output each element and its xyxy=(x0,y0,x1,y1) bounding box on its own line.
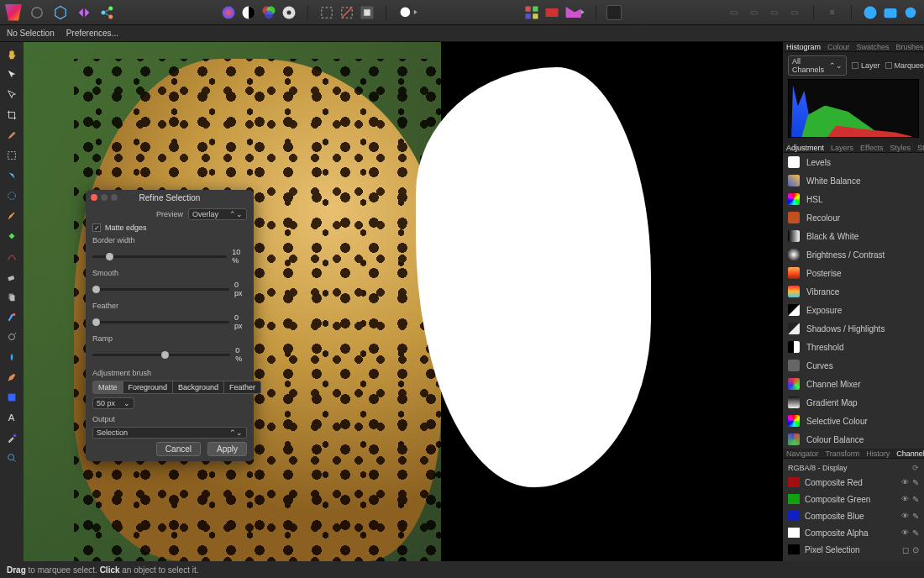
arrange-backward-icon[interactable]: ▭ xyxy=(746,4,763,21)
swatch-icon[interactable] xyxy=(543,4,560,21)
persona-button[interactable] xyxy=(606,5,622,20)
align-icon[interactable]: ≡ xyxy=(824,4,841,21)
disc-icon[interactable] xyxy=(281,4,297,21)
share-icon[interactable] xyxy=(99,4,116,21)
tab-brushes[interactable]: Brushes xyxy=(893,43,924,51)
move-tool-icon[interactable] xyxy=(4,67,19,82)
preferences-button[interactable]: Preferences... xyxy=(66,29,118,38)
adjustment-item[interactable]: HSL xyxy=(783,190,924,208)
adjustment-item[interactable]: White Balance xyxy=(783,171,924,190)
adjustment-item[interactable]: Levels xyxy=(783,153,924,171)
channel-item[interactable]: Composite Green👁✎ xyxy=(783,491,924,507)
tab-history[interactable]: History xyxy=(863,449,893,458)
eye-icon[interactable]: 👁 xyxy=(901,495,909,504)
adjustment-item[interactable]: Exposure xyxy=(783,301,924,319)
tab-transform[interactable]: Transform xyxy=(822,449,864,458)
invert-selection-icon[interactable] xyxy=(359,4,375,21)
adjustment-item[interactable]: Threshold xyxy=(783,338,924,356)
help-cloud-icon[interactable] xyxy=(862,4,879,21)
dodge-tool-icon[interactable] xyxy=(4,329,19,344)
fill-tool-icon[interactable] xyxy=(4,229,19,244)
hand-tool-icon[interactable] xyxy=(4,47,19,62)
brush-size-select[interactable]: 50 px⌄ xyxy=(92,397,134,409)
inpaint-tool-icon[interactable] xyxy=(4,309,19,324)
apply-button[interactable]: Apply xyxy=(207,442,247,456)
tab-styles[interactable]: Styles xyxy=(886,144,914,152)
brush-tool-icon[interactable] xyxy=(4,128,19,143)
eye-icon[interactable]: 👁 xyxy=(901,528,909,538)
matte-edges-checkbox[interactable]: ✓Matte edges xyxy=(92,223,247,232)
arrange-front-icon[interactable]: ▭ xyxy=(786,4,803,21)
marquee-checkbox[interactable]: Marquee xyxy=(885,61,924,70)
adjustment-item[interactable]: Curves xyxy=(783,356,924,375)
zoom-tool-icon[interactable] xyxy=(4,450,19,465)
channel-item[interactable]: Composite Alpha👁✎ xyxy=(783,524,924,541)
channel-item[interactable]: Composite Blue👁✎ xyxy=(783,507,924,524)
feather-slider[interactable] xyxy=(92,321,229,323)
mirror-icon[interactable] xyxy=(76,4,92,21)
square-icon[interactable]: ◻ xyxy=(902,545,909,554)
arrange-back-icon[interactable]: ▭ xyxy=(726,4,743,21)
circle-icon[interactable] xyxy=(29,4,45,21)
tab-colour[interactable]: Colour xyxy=(824,43,853,51)
adjustment-item[interactable]: Selective Colour xyxy=(783,412,924,430)
tab-swatches[interactable]: Swatches xyxy=(853,43,893,51)
account-cloud-icon[interactable] xyxy=(882,4,899,21)
marquee-tool-icon[interactable] xyxy=(4,148,19,163)
tab-navigator[interactable]: Navigator xyxy=(783,449,822,458)
crop-tool-icon[interactable] xyxy=(4,108,19,123)
adjustment-item[interactable]: Brightness / Contrast xyxy=(783,245,924,264)
edit-icon[interactable]: ✎ xyxy=(912,512,919,521)
canvas[interactable]: Refine Selection Preview Overlay⌃⌄ ✓Matt… xyxy=(24,42,783,561)
arrange-forward-icon[interactable]: ▭ xyxy=(766,4,783,21)
refresh-icon[interactable]: ⟳ xyxy=(912,464,919,472)
edit-icon[interactable]: ✎ xyxy=(912,478,919,487)
cancel-button[interactable]: Cancel xyxy=(156,442,201,456)
channel-item[interactable]: Composite Red👁✎ xyxy=(783,474,924,491)
tab-stock[interactable]: Stock xyxy=(914,144,924,152)
gradient-tool-icon[interactable] xyxy=(4,249,19,264)
tab-adjustment[interactable]: Adjustment xyxy=(783,144,827,152)
text-tool-icon[interactable]: A xyxy=(4,410,19,425)
tab-effects[interactable]: Effects xyxy=(857,144,886,152)
channel-select[interactable]: All Channels ⌃⌄ xyxy=(788,55,847,76)
adjustment-item[interactable]: Recolour xyxy=(783,208,924,227)
color-picker-tool-icon[interactable] xyxy=(4,430,19,445)
output-select[interactable]: Selection⌃⌄ xyxy=(92,427,247,439)
color-wheel-icon[interactable] xyxy=(220,4,237,21)
tab-histogram[interactable]: Histogram xyxy=(783,43,824,51)
eraser-tool-icon[interactable] xyxy=(4,269,19,284)
adjustment-item[interactable]: Gradient Map xyxy=(783,393,924,412)
selection-brush-tool-icon[interactable] xyxy=(4,188,19,203)
adjustment-item[interactable]: Black & White xyxy=(783,227,924,245)
ramp-slider[interactable] xyxy=(92,354,230,356)
channel-item[interactable]: Pixel Selection◻⊙ xyxy=(783,541,924,558)
rgb-icon[interactable] xyxy=(260,4,277,21)
edit-icon[interactable]: ✎ xyxy=(912,528,919,538)
pen-tool-icon[interactable] xyxy=(4,370,19,385)
node-tool-icon[interactable] xyxy=(4,87,19,102)
tab-layers[interactable]: Layers xyxy=(827,144,857,152)
assistant-dropdown-icon[interactable] xyxy=(564,4,585,21)
quick-mask-icon[interactable] xyxy=(396,4,418,21)
tab-channels[interactable]: Channels xyxy=(893,449,924,458)
grid-view-icon[interactable] xyxy=(523,4,540,21)
edit-icon[interactable]: ✎ xyxy=(912,495,919,504)
contrast-icon[interactable] xyxy=(240,4,257,21)
preview-select[interactable]: Overlay⌃⌄ xyxy=(188,208,247,220)
smooth-slider[interactable] xyxy=(92,288,229,291)
layer-checkbox[interactable]: Layer xyxy=(852,61,880,70)
shape-tool-icon[interactable] xyxy=(4,390,19,405)
adjustment-item[interactable]: Colour Balance xyxy=(783,430,924,449)
brush-mode-segment[interactable]: Matte Foreground Background Feather xyxy=(92,381,261,394)
eye-icon[interactable]: 👁 xyxy=(901,512,909,521)
flood-select-tool-icon[interactable] xyxy=(4,168,19,183)
smudge-tool-icon[interactable] xyxy=(4,349,19,365)
paint-brush-tool-icon[interactable] xyxy=(4,208,19,223)
adjustment-item[interactable]: Posterise xyxy=(783,264,924,282)
adjustment-item[interactable]: Channel Mixer xyxy=(783,375,924,393)
eye-icon[interactable]: 👁 xyxy=(901,478,909,487)
target-icon[interactable]: ⊙ xyxy=(912,545,919,554)
cube-icon[interactable] xyxy=(52,4,69,21)
adjustment-item[interactable]: Vibrance xyxy=(783,282,924,301)
